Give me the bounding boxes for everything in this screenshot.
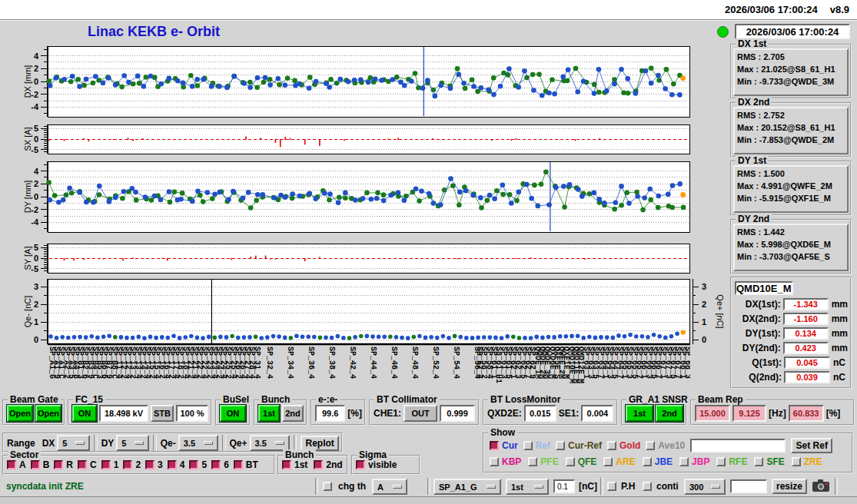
- chg-sector-menu[interactable]: A: [372, 479, 407, 495]
- sector-check-r-label: R: [66, 459, 73, 470]
- show-check-ref[interactable]: Ref: [523, 440, 550, 451]
- set-ref-input[interactable]: [690, 439, 786, 453]
- ee-ratio-value: 99.6: [315, 405, 345, 422]
- range-qep-menu[interactable]: 3.5: [250, 435, 290, 451]
- show-check-ave10[interactable]: Ave10: [646, 440, 685, 451]
- chg-th-checkbox[interactable]: [323, 482, 332, 491]
- che1-value: 0.999: [440, 405, 475, 422]
- show-check-pfe[interactable]: PFE: [528, 456, 558, 467]
- range-dy-menu[interactable]: 5: [116, 435, 148, 451]
- show-check-are[interactable]: ARE: [603, 456, 635, 467]
- range-qem-menu[interactable]: 3.5: [178, 435, 218, 451]
- show-check-cur-ref[interactable]: Cur-Ref: [556, 440, 602, 451]
- show-row-1: CurRefCur-RefGoldAve10Set Ref: [490, 438, 849, 453]
- sector-check-5[interactable]: 5: [189, 459, 207, 470]
- show-check-cur-checkbox-icon: [490, 441, 499, 450]
- show-check-jbp[interactable]: JBP: [679, 456, 709, 467]
- busel-group: BuSel ON: [215, 400, 251, 426]
- sector-check-b[interactable]: B: [31, 459, 50, 470]
- sigma-items: visible: [356, 459, 417, 470]
- range-label: Range: [7, 438, 35, 449]
- bunch-2nd-button[interactable]: 2nd: [282, 405, 304, 422]
- svg-text:Qe- [nC]: Qe- [nC]: [23, 296, 32, 328]
- show-check-sfe[interactable]: SFE: [754, 456, 784, 467]
- monitor-row-unit: mm: [832, 328, 848, 339]
- x-axis-label: SP_42_4: [348, 346, 357, 379]
- sigma-check-visible[interactable]: visible: [356, 459, 397, 470]
- stat-line: Max : 21.025@S8_61_H1: [737, 63, 845, 75]
- show-check-jbe-label: JBE: [655, 456, 673, 467]
- set-ref-button[interactable]: Set Ref: [791, 438, 832, 453]
- range-qep-label: Qe+: [230, 438, 247, 449]
- sector-check-bt[interactable]: BT: [234, 459, 258, 470]
- sector-check-2[interactable]: 2: [123, 459, 141, 470]
- show-check-cur[interactable]: Cur: [490, 440, 518, 451]
- che1-out-button[interactable]: OUT: [404, 405, 437, 422]
- sector-check-r-checkbox-icon: [54, 460, 63, 469]
- resize-button[interactable]: resize: [772, 479, 807, 494]
- show-check-qfe[interactable]: QFE: [566, 456, 597, 467]
- separator: [427, 478, 430, 495]
- stat-box-dy-1st: DY 1stRMS : 1.500Max : 4.991@QWFE_2MMin …: [730, 161, 852, 216]
- busel-on-button[interactable]: ON: [220, 405, 246, 422]
- stat-box-panel: RMS : 2.752Max : 20.152@S8_61_H1Min : -7…: [733, 107, 849, 154]
- svg-text:-4: -4: [31, 217, 39, 227]
- fc15-on-button[interactable]: ON: [72, 405, 97, 422]
- monitor-row: DX(1st):-1.343mm: [734, 297, 848, 311]
- bunch-check-1st[interactable]: 1st: [282, 459, 307, 470]
- sector-check-c[interactable]: C: [78, 459, 97, 470]
- snapshot-camera-button[interactable]: [812, 479, 830, 492]
- ee-ratio-group: e-:e- 99.6 [%]: [311, 400, 366, 426]
- show-check-kbp[interactable]: KBP: [490, 456, 521, 467]
- sector-check-4-label: 4: [180, 459, 185, 470]
- bunch-1st-button[interactable]: 1st: [258, 405, 280, 422]
- bunch-check-2nd-label: 2nd: [326, 459, 342, 470]
- show-check-are-checkbox-icon: [603, 457, 613, 466]
- sector-check-6[interactable]: 6: [211, 459, 229, 470]
- sector-check-3[interactable]: 3: [145, 459, 163, 470]
- sector-check-1[interactable]: 1: [101, 459, 119, 470]
- show-check-zre[interactable]: ZRE: [792, 456, 822, 467]
- sector-check-5-label: 5: [201, 459, 207, 470]
- monitor-row-unit: mm: [832, 313, 848, 324]
- gr-snsr-1st-button[interactable]: 1st: [626, 405, 653, 422]
- fc15-stb-button[interactable]: STB: [151, 405, 174, 422]
- show-check-jbe[interactable]: JBE: [643, 456, 673, 467]
- show-group: Show CurRefCur-RefGoldAve10Set Ref KBPPF…: [483, 433, 853, 473]
- show-check-gold[interactable]: Gold: [607, 440, 640, 451]
- range-dx-value: 5: [62, 439, 67, 448]
- conti-checkbox[interactable]: [643, 482, 652, 491]
- show-check-jbe-checkbox-icon: [643, 457, 652, 466]
- x-axis-label-strip: SP_A1_GSP_A1_9SP_A1_CSP_A2_2SP_A3_5SP_A4…: [48, 346, 690, 395]
- count-menu[interactable]: 300: [684, 479, 726, 495]
- page-title: Linac KEKB e- Orbit: [88, 24, 220, 40]
- sector-check-a[interactable]: A: [7, 459, 26, 470]
- threshold-input[interactable]: [553, 479, 575, 493]
- show-check-jbp-checkbox-icon: [679, 457, 689, 466]
- ee-ratio-unit: [%]: [347, 408, 362, 419]
- replot-button[interactable]: Replot: [301, 436, 339, 451]
- show-check-ave10-checkbox-icon: [646, 441, 655, 450]
- bunch-menu[interactable]: 1st: [506, 479, 549, 495]
- sector-check-4[interactable]: 4: [168, 459, 185, 470]
- bunch-check-2nd[interactable]: 2nd: [314, 459, 342, 470]
- svg-text:5: 5: [34, 124, 38, 133]
- range-dx-menu[interactable]: 5: [57, 435, 89, 451]
- sector-check-c-checkbox-icon: [78, 460, 87, 469]
- sector-check-1-label: 1: [114, 459, 119, 470]
- svg-text:-5: -5: [31, 145, 38, 154]
- count-input[interactable]: [730, 479, 767, 493]
- show-check-ave10-label: Ave10: [658, 440, 685, 451]
- beam-gate-open-button-2[interactable]: Open: [35, 405, 61, 422]
- range-dx-label: DX: [42, 438, 55, 449]
- ph-checkbox[interactable]: [607, 482, 616, 491]
- sp-device-menu[interactable]: SP_A1_G: [433, 479, 501, 495]
- beam-gate-open-button-1[interactable]: Open: [7, 405, 33, 422]
- sector-check-a-checkbox-icon: [7, 460, 16, 469]
- show-check-kbp-checkbox-icon: [490, 457, 499, 466]
- monitor-title: QMD10E_M: [735, 281, 793, 295]
- show-check-rfe[interactable]: RFE: [716, 456, 747, 467]
- sector-check-r[interactable]: R: [54, 459, 73, 470]
- se1-value: 0.004: [581, 405, 613, 422]
- gr-snsr-2nd-button[interactable]: 2nd: [656, 405, 683, 422]
